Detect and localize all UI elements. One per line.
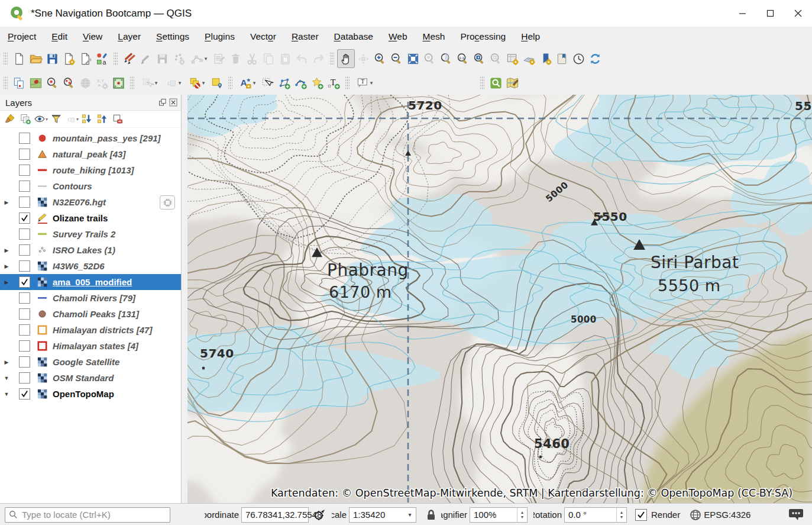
add-group-button[interactable] xyxy=(18,112,33,126)
rotation-spinbox[interactable]: 0.0 ° ▲▼ xyxy=(564,507,627,523)
layer-row-opentopomap[interactable]: ▼OpenTopoMap xyxy=(0,386,181,402)
messages-icon[interactable] xyxy=(788,508,804,522)
float-panel-icon[interactable] xyxy=(158,98,167,107)
zoom-native-button[interactable]: 1:1 xyxy=(454,50,471,67)
scale-dropdown-icon[interactable]: ▾ xyxy=(404,508,416,522)
layer-visibility-checkbox[interactable] xyxy=(19,340,30,352)
zoom-to-points-button[interactable] xyxy=(60,74,77,92)
minimize-button[interactable] xyxy=(729,0,756,27)
expand-arrow-icon[interactable]: ▼ xyxy=(0,375,13,381)
dropdown-arrow-icon[interactable]: ▾ xyxy=(370,80,373,86)
style-manager-button[interactable]: a xyxy=(93,50,110,67)
locator-box[interactable] xyxy=(5,507,170,523)
menu-plugins[interactable]: Plugins xyxy=(197,28,242,45)
layer-visibility-checkbox[interactable] xyxy=(19,133,30,144)
dropdown-arrow-icon[interactable]: ▾ xyxy=(179,80,182,86)
expand-all-button[interactable] xyxy=(79,112,95,126)
layer-row-himalayan[interactable]: Himalayan districts [47] xyxy=(0,322,181,338)
layer-visibility-checkbox[interactable] xyxy=(19,292,30,304)
georeferencer-button[interactable] xyxy=(110,74,127,92)
open-project-button[interactable] xyxy=(27,50,44,67)
new-3d-map-view-button[interactable] xyxy=(520,50,537,67)
osm-edit-button[interactable] xyxy=(504,74,520,92)
rotation-spin-icons[interactable]: ▲▼ xyxy=(616,508,626,522)
annotation-select-button[interactable] xyxy=(259,74,276,92)
layer-labeling-button[interactable]: A▾ xyxy=(235,74,259,92)
layer-visibility-checkbox[interactable] xyxy=(19,165,30,176)
layer-row-osm[interactable]: ▼OSM Standard xyxy=(0,370,181,386)
dropdown-arrow-icon[interactable]: ▾ xyxy=(253,80,256,86)
add-polygon-annotation-button[interactable] xyxy=(276,74,292,92)
menu-settings[interactable]: Settings xyxy=(148,28,197,45)
add-text-annotation-button[interactable]: T xyxy=(325,74,342,92)
show-bookmarks-button[interactable] xyxy=(554,50,570,67)
layer-row-i43w6_52d6[interactable]: ▶I43W6_52D6 xyxy=(0,258,181,274)
expand-arrow-icon[interactable]: ▶ xyxy=(0,263,13,269)
locator-input[interactable] xyxy=(21,509,159,520)
crs-globe-icon[interactable] xyxy=(690,509,701,521)
new-map-view-button[interactable] xyxy=(504,50,520,67)
layer-visibility-checkbox[interactable] xyxy=(19,244,30,256)
layer-visibility-checkbox[interactable] xyxy=(19,228,30,240)
pan-map-button[interactable] xyxy=(337,49,355,68)
layer-row-chamoli[interactable]: Chamoli Rivers [79] xyxy=(0,290,181,306)
menu-layer[interactable]: Layer xyxy=(110,28,148,45)
layer-row-mountain_pass_yes[interactable]: mountain_pass_yes [291] xyxy=(0,130,181,146)
menu-vector[interactable]: Vector xyxy=(242,28,284,45)
refresh-map-button[interactable] xyxy=(587,50,603,67)
menu-help[interactable]: Help xyxy=(513,28,548,45)
layout-manager-button[interactable] xyxy=(77,50,93,67)
layer-row-olizane[interactable]: Olizane trails xyxy=(0,210,181,226)
layer-row-survey[interactable]: Survey Trails 2 xyxy=(0,226,181,242)
layer-visibility-checkbox[interactable] xyxy=(19,388,30,400)
layer-row-himalayan[interactable]: Himalayan states [4] xyxy=(0,338,181,354)
remove-layer-button[interactable] xyxy=(110,112,125,126)
scale-combo[interactable]: 1:35420 ▾ xyxy=(349,507,416,523)
expand-arrow-icon[interactable]: ▼ xyxy=(0,391,13,397)
layer-visibility-checkbox[interactable] xyxy=(19,276,30,288)
layer-visibility-checkbox[interactable] xyxy=(19,212,30,224)
quickmap-services-button[interactable] xyxy=(27,74,44,92)
maximize-button[interactable] xyxy=(756,0,784,27)
layer-row-isro[interactable]: ▶ISRO Lakes (1) xyxy=(0,242,181,258)
select-by-value-button[interactable] xyxy=(208,74,225,92)
add-line-annotation-button[interactable] xyxy=(292,74,309,92)
layer-row-n32e076.hgt[interactable]: ▶N32E076.hgt xyxy=(0,194,181,210)
dropdown-arrow-icon[interactable]: ▾ xyxy=(205,56,208,62)
menu-edit[interactable]: Edit xyxy=(44,28,75,45)
magnifier-spin-icons[interactable]: ▲▼ xyxy=(517,508,527,522)
temporal-controller-button[interactable] xyxy=(570,50,587,67)
layer-row-natural_peak[interactable]: natural_peak [43] xyxy=(0,146,181,162)
expand-arrow-icon[interactable]: ▶ xyxy=(0,199,13,205)
new-project-button[interactable] xyxy=(11,50,27,67)
menu-raster[interactable]: Raster xyxy=(284,28,326,45)
layer-row-route_hiking[interactable]: route_hiking [1013] xyxy=(0,162,181,178)
layer-visibility-checkbox[interactable] xyxy=(19,324,30,336)
extents-toggle-icon[interactable] xyxy=(313,508,326,521)
menu-view[interactable]: View xyxy=(75,28,110,45)
dropdown-arrow-icon[interactable]: ▾ xyxy=(202,80,205,86)
layer-row-chamoli[interactable]: Chamoli Peaks [131] xyxy=(0,306,181,322)
lock-scale-icon[interactable] xyxy=(426,509,436,521)
collapse-all-button[interactable] xyxy=(95,112,110,126)
menu-web[interactable]: Web xyxy=(381,28,415,45)
magnifier-spinbox[interactable]: 100% ▲▼ xyxy=(470,507,528,523)
menu-mesh[interactable]: Mesh xyxy=(415,28,453,45)
expand-arrow-icon[interactable]: ▶ xyxy=(0,359,13,365)
zoom-full-button[interactable] xyxy=(405,50,421,67)
map-canvas[interactable]: 57205555505000Phabrang6170 mSiri Parbat5… xyxy=(187,95,812,503)
close-panel-icon[interactable] xyxy=(169,98,177,107)
osm-place-search-button[interactable] xyxy=(487,74,504,92)
expand-arrow-icon[interactable]: ▶ xyxy=(0,279,13,285)
styling-brush-button[interactable] xyxy=(2,112,18,126)
layer-visibility-checkbox[interactable] xyxy=(19,260,30,272)
map-themes-button[interactable]: ▾ xyxy=(33,112,48,126)
render-checkbox[interactable] xyxy=(635,509,647,521)
zoom-out-button[interactable] xyxy=(388,50,405,67)
zoom-last-button[interactable] xyxy=(471,50,487,67)
crs-value[interactable]: EPSG:4326 xyxy=(704,510,750,520)
layer-row-ama_005_modified[interactable]: ▶ama_005_modified xyxy=(0,274,181,290)
expand-arrow-icon[interactable]: ▶ xyxy=(0,247,13,253)
menu-database[interactable]: Database xyxy=(326,28,381,45)
layer-visibility-checkbox[interactable] xyxy=(19,372,30,384)
